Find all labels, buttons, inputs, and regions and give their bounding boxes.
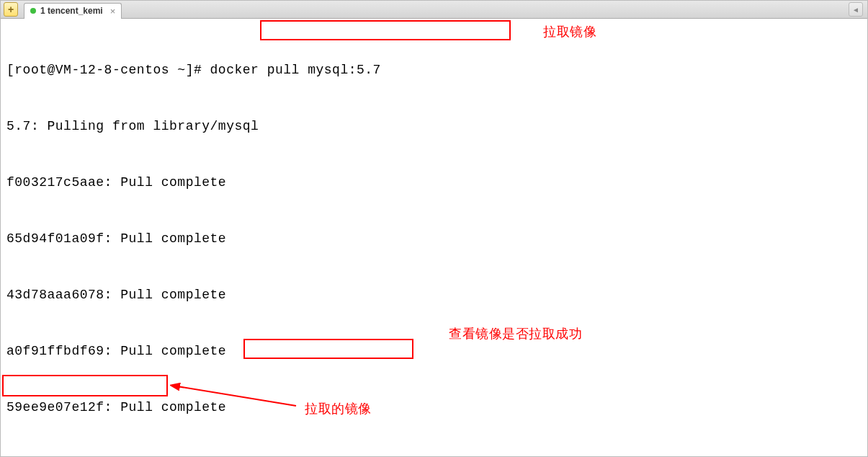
highlight-mysql-row bbox=[2, 375, 168, 396]
annotation-pull-image: 拉取镜像 bbox=[543, 22, 596, 41]
connection-status-icon bbox=[30, 8, 36, 14]
terminal-output[interactable]: [root@VM-12-8-centos ~]# docker pull mys… bbox=[1, 19, 867, 457]
terminal-line: f003217c5aae: Pull complete bbox=[6, 173, 862, 192]
annotation-check-images: 查看镜像是否拉取成功 bbox=[449, 324, 582, 343]
tab-tencent-kemi[interactable]: 1 tencent_kemi × bbox=[24, 3, 122, 19]
terminal-line: 5.7: Pulling from library/mysql bbox=[6, 117, 862, 136]
shell-command: docker pull mysql:5.7 bbox=[210, 63, 381, 77]
close-icon[interactable]: × bbox=[110, 6, 116, 17]
plus-icon: + bbox=[8, 4, 14, 14]
tab-label: 1 tencent_kemi bbox=[40, 6, 103, 16]
terminal-line: 65d94f01a09f: Pull complete bbox=[6, 229, 862, 248]
tabs-overflow-button[interactable]: ◄ bbox=[849, 2, 863, 17]
terminal-line: 59ee9e07e12f: Pull complete bbox=[6, 398, 862, 417]
add-tab-button[interactable]: + bbox=[4, 2, 18, 17]
tab-bar: + 1 tencent_kemi × ◄ bbox=[1, 1, 867, 19]
terminal-line: a0f91ffbdf69: Pull complete bbox=[6, 342, 862, 360]
shell-prompt: [root@VM-12-8-centos ~]# bbox=[6, 63, 210, 77]
terminal-line: 43d78aaa6078: Pull complete bbox=[6, 285, 862, 304]
terminal-line: [root@VM-12-8-centos ~]# docker pull mys… bbox=[6, 61, 862, 79]
highlight-docker-pull bbox=[260, 20, 511, 40]
terminal-line: 04d82978082c: Pull complete bbox=[6, 454, 862, 457]
